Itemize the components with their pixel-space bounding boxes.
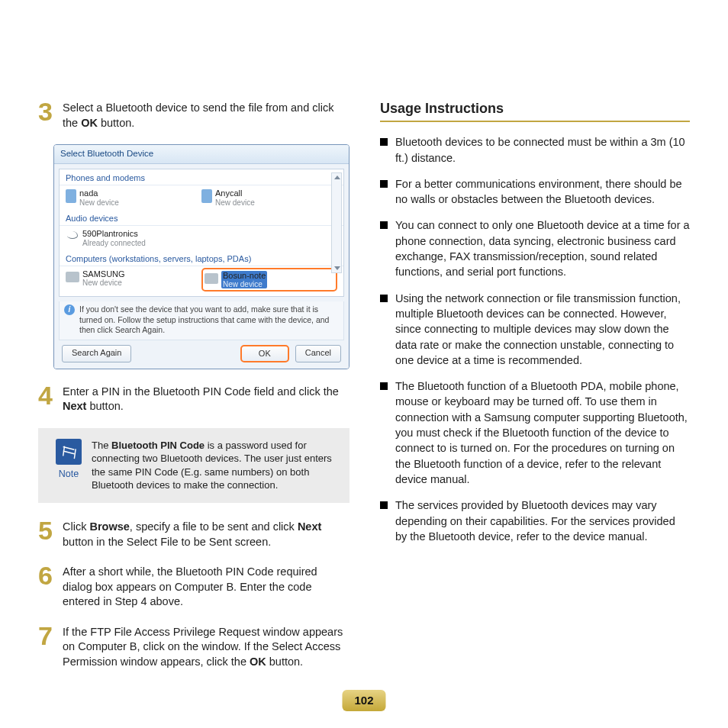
list-item: The services provided by Bluetooth devic… — [380, 498, 690, 544]
step-4: 4 Enter a PIN in the Bluetooth PIN Code … — [38, 383, 350, 414]
page-number: 102 — [342, 690, 385, 711]
device-item[interactable]: SAMSUNGNew device — [66, 268, 201, 292]
computer-icon — [205, 273, 218, 284]
computer-icon — [66, 272, 79, 282]
step-text: Enter a PIN in the Bluetooth PIN Code fi… — [63, 385, 339, 398]
list-item: You can connect to only one Bluetooth de… — [380, 217, 690, 279]
dialog-title: Select Bluetooth Device — [54, 145, 349, 164]
step-number: 6 — [38, 563, 55, 588]
step-text: button. — [266, 656, 303, 668]
list-text: You can connect to only one Bluetooth de… — [395, 217, 690, 279]
info-icon: i — [64, 304, 75, 315]
bullet-icon — [380, 221, 388, 229]
step-number: 3 — [38, 99, 55, 124]
step-bold: Browse — [89, 520, 129, 533]
step-text: button. — [86, 400, 123, 412]
bullet-icon — [380, 501, 388, 509]
step-6: 6 After a short while, the Bluetooth PIN… — [38, 563, 350, 610]
bullet-icon — [380, 180, 388, 188]
dialog-info: i If you don't see the device that you w… — [59, 301, 344, 340]
list-item: Using the network connection or file tra… — [380, 291, 690, 368]
step-text: Click — [63, 520, 89, 533]
list-item: The Bluetooth function of a Bluetooth PD… — [380, 378, 690, 487]
category-computers: Computers (workstations, servers, laptop… — [60, 250, 343, 267]
step-number: 7 — [38, 623, 55, 648]
cancel-button[interactable]: Cancel — [295, 345, 341, 362]
list-text: For a better communications environment,… — [395, 176, 690, 208]
dialog-info-text: If you don't see the device that you wan… — [79, 304, 339, 334]
step-number: 5 — [38, 518, 55, 543]
device-item[interactable]: 590PlantronicsAlready connected — [66, 227, 201, 248]
bullet-icon — [380, 138, 388, 146]
phone-icon — [66, 189, 76, 203]
step-7: 7 If the FTP File Access Privilege Reque… — [38, 623, 350, 670]
list-item: For a better communications environment,… — [380, 176, 690, 208]
usage-list: Bluetooth devices to be connected must b… — [380, 134, 690, 544]
step-text: After a short while, the Bluetooth PIN C… — [63, 563, 350, 610]
scrollbar[interactable] — [331, 172, 342, 274]
select-bluetooth-dialog: Select Bluetooth Device Phones and modem… — [53, 144, 350, 369]
step-text: button in the Select File to be Sent scr… — [63, 536, 271, 548]
list-text: Using the network connection or file tra… — [395, 291, 690, 368]
ok-button[interactable]: OK — [240, 345, 289, 362]
note-box: Note The Bluetooth PIN Code is a passwor… — [38, 428, 350, 503]
note-icon — [56, 439, 82, 465]
headset-icon — [66, 230, 79, 240]
list-text: The services provided by Bluetooth devic… — [395, 498, 690, 544]
note-label: Note — [46, 468, 92, 481]
bullet-icon — [380, 382, 388, 390]
step-3: 3 Select a Bluetooth device to send the … — [38, 99, 350, 130]
phone-icon — [201, 189, 212, 203]
list-text: Bluetooth devices to be connected must b… — [395, 134, 690, 166]
step-bold: OK — [250, 656, 266, 668]
device-item[interactable]: nadaNew device — [66, 187, 201, 208]
step-text: , specify a file to be sent and click — [130, 520, 298, 533]
list-text: The Bluetooth function of a Bluetooth PD… — [395, 378, 690, 487]
step-text: button. — [98, 117, 134, 129]
category-audio: Audio devices — [60, 210, 343, 227]
bullet-icon — [380, 295, 388, 302]
step-number: 4 — [38, 383, 55, 407]
step-bold: Next — [63, 400, 86, 412]
usage-instructions-title: Usage Instructions — [380, 99, 690, 122]
step-bold: OK — [81, 117, 98, 129]
note-text: The — [92, 440, 111, 451]
search-again-button[interactable]: Search Again — [62, 345, 131, 362]
device-item-selected[interactable]: Bosun-noteNew device — [201, 268, 337, 292]
step-5: 5 Click Browse, specify a file to be sen… — [38, 518, 350, 549]
note-bold: Bluetooth PIN Code — [111, 440, 205, 451]
list-item: Bluetooth devices to be connected must b… — [380, 134, 690, 166]
device-item[interactable]: AnycallNew device — [201, 187, 337, 208]
category-phones: Phones and modems — [60, 169, 343, 186]
step-bold: Next — [298, 520, 321, 533]
